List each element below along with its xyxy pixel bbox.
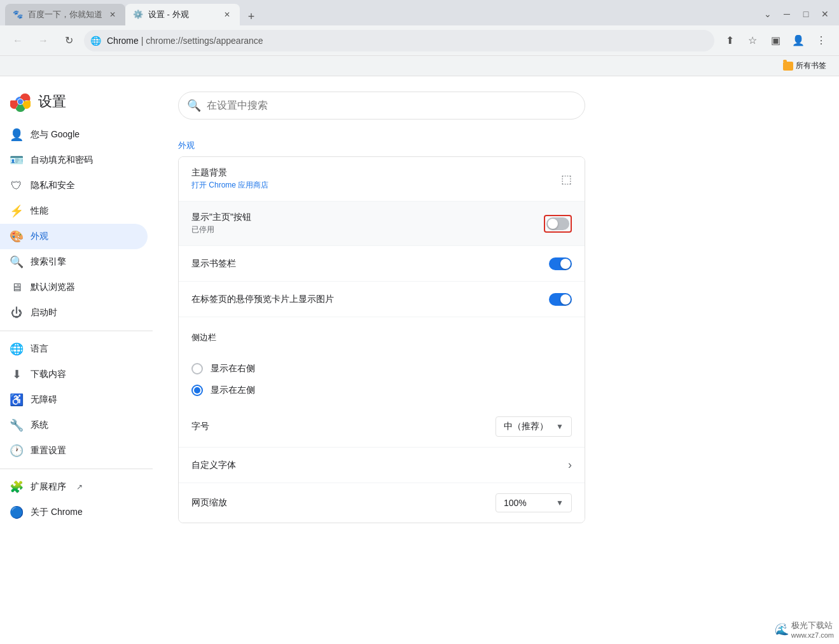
font-size-value: 中（推荐） bbox=[504, 421, 548, 432]
sidebar-right-radio[interactable] bbox=[191, 363, 203, 374]
sidebar-left-radio[interactable] bbox=[191, 385, 203, 396]
sidebar-item-privacy[interactable]: 🛡 隐私和安全 bbox=[0, 173, 148, 198]
default-browser-icon: 🖥 bbox=[10, 281, 23, 294]
tab-settings-title: 设置 - 外观 bbox=[148, 9, 217, 20]
sidebar-radio-section: 显示在右侧 显示在左侧 bbox=[179, 353, 585, 406]
settings-search-input[interactable] bbox=[178, 92, 585, 120]
sidebar-section-header: 侧边栏 bbox=[179, 317, 585, 353]
sidebar-item-search[interactable]: 🔍 搜索引擎 bbox=[0, 249, 148, 275]
folder-icon bbox=[783, 62, 793, 71]
sidebar-item-google[interactable]: 👤 您与 Google bbox=[0, 122, 148, 147]
reload-button[interactable]: ↻ bbox=[59, 31, 79, 51]
sidebar-section-title: 侧边栏 bbox=[191, 332, 216, 343]
tab-baidu[interactable]: 🐾 百度一下，你就知道 ✕ bbox=[5, 4, 125, 25]
maximize-button[interactable]: □ bbox=[797, 5, 815, 23]
font-size-dropdown[interactable]: 中（推荐） ▼ bbox=[496, 416, 572, 437]
address-security-icon: 🌐 bbox=[90, 36, 101, 46]
tab-strip: 🐾 百度一下，你就知道 ✕ ⚙️ 设置 - 外观 ✕ + bbox=[5, 4, 759, 25]
tab-settings-close[interactable]: ✕ bbox=[222, 10, 232, 20]
sidebar-label-privacy: 隐私和安全 bbox=[31, 180, 75, 191]
theme-sublabel[interactable]: 打开 Chrome 应用商店 bbox=[191, 180, 551, 191]
new-tab-button[interactable]: + bbox=[242, 8, 260, 25]
tab-preview-toggle[interactable] bbox=[549, 293, 572, 306]
page-zoom-content: 网页缩放 bbox=[191, 497, 485, 509]
page-zoom-action: 100% ▼ bbox=[496, 493, 572, 512]
about-chrome-icon: 🔵 bbox=[10, 506, 23, 519]
appearance-section-title: 外观 bbox=[178, 135, 814, 151]
settings-page-title: 设置 bbox=[38, 92, 66, 111]
all-bookmarks-folder[interactable]: 所有书签 bbox=[778, 58, 831, 74]
sidebar-divider-1 bbox=[0, 331, 153, 331]
page-zoom-dropdown[interactable]: 100% ▼ bbox=[496, 493, 572, 512]
profile-button[interactable]: 👤 bbox=[788, 31, 808, 51]
sidebar-item-downloads[interactable]: ⬇ 下载内容 bbox=[0, 362, 148, 387]
sidebar-item-reset[interactable]: 🕐 重置设置 bbox=[0, 438, 148, 463]
tab-baidu-close[interactable]: ✕ bbox=[107, 10, 118, 20]
tab-preview-action bbox=[549, 293, 572, 306]
theme-action: ⬚ bbox=[561, 172, 572, 186]
address-bar-container: 🌐 Chrome | chrome://settings/appearance bbox=[84, 30, 714, 51]
sidebar-label-performance: 性能 bbox=[31, 205, 48, 217]
sidebar-item-appearance[interactable]: 🎨 外观 bbox=[0, 224, 148, 249]
sidebar-item-language[interactable]: 🌐 语言 bbox=[0, 336, 148, 362]
external-link-icon[interactable]: ⬚ bbox=[561, 173, 572, 186]
sidebar-label-browser: 默认浏览器 bbox=[31, 282, 75, 293]
sidebar-item-accessibility[interactable]: ♿ 无障碍 bbox=[0, 387, 148, 413]
bookmarks-bar-row: 显示书签栏 bbox=[179, 246, 585, 282]
sidebar-item-startup[interactable]: ⏻ 启动时 bbox=[0, 300, 148, 325]
sidebar-right-radio-row[interactable]: 显示在右侧 bbox=[191, 358, 572, 380]
font-size-row: 字号 中（推荐） ▼ bbox=[179, 406, 585, 448]
watermark-text: 极光下载站 bbox=[791, 620, 834, 631]
svg-point-3 bbox=[18, 99, 23, 104]
custom-fonts-content: 自定义字体 bbox=[191, 460, 558, 471]
bookmark-button[interactable]: ☆ bbox=[742, 31, 763, 51]
page-zoom-dropdown-arrow: ▼ bbox=[556, 498, 564, 507]
tab-baidu-title: 百度一下，你就知道 bbox=[28, 9, 102, 20]
home-button-toggle[interactable] bbox=[546, 217, 569, 230]
settings-logo: 设置 bbox=[0, 86, 153, 122]
back-button[interactable]: ← bbox=[8, 31, 28, 51]
sidebar-label-google: 您与 Google bbox=[31, 129, 80, 140]
accessibility-icon: ♿ bbox=[10, 394, 23, 406]
sidebar-right-label: 显示在右侧 bbox=[211, 363, 255, 374]
sidebar-divider-2 bbox=[0, 469, 153, 469]
menu-button[interactable]: ⋮ bbox=[811, 31, 831, 51]
sidebar-left-radio-row[interactable]: 显示在左侧 bbox=[191, 380, 572, 401]
appearance-icon: 🎨 bbox=[10, 230, 23, 243]
browser-window: 🐾 百度一下，你就知道 ✕ ⚙️ 设置 - 外观 ✕ + ⌄ ─ □ ✕ ← →… bbox=[0, 0, 839, 644]
home-toggle-red-border bbox=[544, 215, 572, 233]
bookmarks-bar: 所有书签 bbox=[0, 56, 839, 76]
address-bar[interactable]: Chrome | chrome://settings/appearance bbox=[84, 30, 714, 51]
page-zoom-label: 网页缩放 bbox=[191, 497, 485, 509]
forward-button[interactable]: → bbox=[33, 31, 53, 51]
home-button-label: 显示"主页"按钮 bbox=[191, 212, 534, 223]
bookmarks-bar-content: 显示书签栏 bbox=[191, 258, 539, 270]
search-engine-icon: 🔍 bbox=[10, 256, 23, 268]
sidebar-toggle-button[interactable]: ▣ bbox=[765, 31, 786, 51]
sidebar-item-about[interactable]: 🔵 关于 Chrome bbox=[0, 500, 148, 525]
window-controls: ⌄ ─ □ ✕ bbox=[759, 5, 834, 25]
share-button[interactable]: ⬆ bbox=[719, 31, 740, 51]
tab-settings[interactable]: ⚙️ 设置 - 外观 ✕ bbox=[125, 4, 240, 25]
sidebar-item-extensions[interactable]: 🧩 扩展程序 ↗ bbox=[0, 474, 148, 500]
privacy-icon: 🛡 bbox=[10, 179, 23, 192]
sidebar-label-about: 关于 Chrome bbox=[31, 507, 83, 518]
search-container: 🔍 bbox=[178, 92, 814, 120]
title-bar: 🐾 百度一下，你就知道 ✕ ⚙️ 设置 - 外观 ✕ + ⌄ ─ □ ✕ bbox=[0, 0, 839, 25]
custom-fonts-row[interactable]: 自定义字体 › bbox=[179, 448, 585, 483]
bookmarks-bar-toggle[interactable] bbox=[549, 257, 572, 270]
close-button[interactable]: ✕ bbox=[816, 5, 834, 23]
font-size-action: 中（推荐） ▼ bbox=[496, 416, 572, 437]
minimize-win-button[interactable]: ─ bbox=[778, 5, 796, 23]
sidebar-item-performance[interactable]: ⚡ 性能 bbox=[0, 198, 148, 224]
sidebar-item-system[interactable]: 🔧 系统 bbox=[0, 413, 148, 438]
language-icon: 🌐 bbox=[10, 343, 23, 355]
sidebar-item-autofill[interactable]: 🪪 自动填充和密码 bbox=[0, 147, 148, 173]
sidebar-label-startup: 启动时 bbox=[31, 307, 57, 319]
sidebar: 设置 👤 您与 Google 🪪 自动填充和密码 🛡 隐私和安全 ⚡ 性能 🎨 … bbox=[0, 76, 153, 644]
settings-card-main: 主题背景 打开 Chrome 应用商店 ⬚ 显示"主页"按钮 已停用 bbox=[178, 156, 585, 523]
theme-row: 主题背景 打开 Chrome 应用商店 ⬚ bbox=[179, 157, 585, 202]
minimize-button[interactable]: ⌄ bbox=[759, 5, 777, 23]
theme-label: 主题背景 bbox=[191, 167, 551, 179]
sidebar-item-default-browser[interactable]: 🖥 默认浏览器 bbox=[0, 275, 148, 300]
